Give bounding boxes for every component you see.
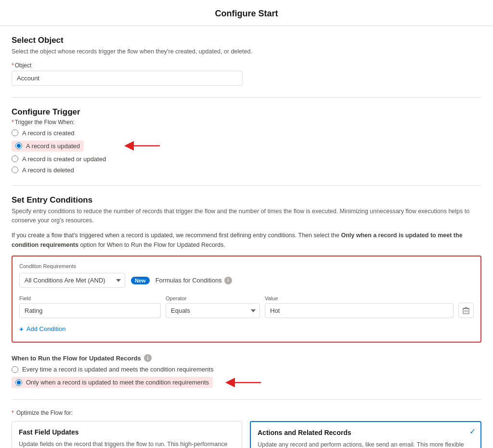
- plus-icon: +: [19, 325, 24, 333]
- radio-item-created[interactable]: A record is created: [12, 129, 481, 137]
- radio-every-time-input[interactable]: [12, 366, 18, 373]
- required-star2: *: [12, 119, 14, 126]
- actions-related-records-title: Actions and Related Records: [258, 429, 474, 436]
- condition-operator-select[interactable]: Equals Not Equal To Greater Than Less Th…: [166, 303, 260, 318]
- select-object-title: Select Object: [12, 36, 481, 45]
- formulas-info-icon[interactable]: i: [224, 277, 232, 284]
- select-object-section: Select Object Select the object whose re…: [12, 36, 481, 86]
- arrow-updated-icon: [122, 139, 161, 153]
- configure-trigger-section: Configure Trigger *Trigger the Flow When…: [12, 107, 481, 174]
- trash-icon: [463, 307, 469, 314]
- arrow-only-when-icon: [223, 375, 262, 390]
- page-wrapper: Configure Start Select Object Select the…: [0, 0, 493, 448]
- select-object-desc: Select the object whose records trigger …: [12, 47, 481, 56]
- set-entry-conditions-desc: Specify entry conditions to reduce the n…: [12, 207, 481, 225]
- fast-field-updates-title: Fast Field Updates: [19, 428, 235, 436]
- new-badge: New: [131, 277, 150, 284]
- conditions-top-row: All Conditions Are Met (AND) Any Conditi…: [19, 273, 474, 288]
- optimize-label: * Optimize the Flow for:: [12, 410, 481, 416]
- formulas-label: Formulas for Conditions i: [156, 277, 232, 284]
- required-star3: *: [12, 410, 14, 416]
- fast-field-updates-card[interactable]: Fast Field Updates Update fields on the …: [12, 421, 242, 448]
- optimize-cards: Fast Field Updates Update fields on the …: [12, 421, 481, 448]
- page-content: Select Object Select the object whose re…: [0, 26, 493, 448]
- value-col-label: Value: [265, 295, 454, 301]
- condition-operator-header: Operator Equals Not Equal To Greater Tha…: [166, 295, 260, 318]
- actions-related-records-card[interactable]: ✓ Actions and Related Records Update any…: [250, 421, 481, 448]
- radio-item-deleted[interactable]: A record is deleted: [12, 166, 481, 174]
- radio-every-time[interactable]: Every time a record is updated and meets…: [12, 366, 481, 373]
- when-run-info-icon[interactable]: i: [144, 354, 152, 362]
- radio-created-label: A record is created: [22, 129, 74, 137]
- trigger-radio-group: A record is created A record is updated: [12, 129, 481, 174]
- when-to-run-section: When to Run the Flow for Updated Records…: [12, 354, 481, 388]
- operator-col-label: Operator: [166, 295, 260, 301]
- radio-every-time-label: Every time a record is updated and meets…: [22, 366, 213, 373]
- radio-created[interactable]: [12, 129, 18, 136]
- radio-only-when[interactable]: Only when a record is updated to meet th…: [12, 377, 213, 388]
- conditions-box-label: Condition Requirements: [19, 263, 474, 269]
- radio-created-or-updated-label: A record is created or updated: [22, 155, 106, 163]
- radio-only-when-label: Only when a record is updated to meet th…: [26, 379, 209, 386]
- when-to-run-label: When to Run the Flow for Updated Records…: [12, 354, 481, 362]
- condition-requirements-select[interactable]: All Conditions Are Met (AND) Any Conditi…: [19, 273, 125, 288]
- add-condition-label: Add Condition: [26, 325, 66, 333]
- required-star: *: [12, 62, 14, 69]
- object-input[interactable]: [12, 71, 243, 86]
- set-entry-conditions-section: Set Entry Conditions Specify entry condi…: [12, 195, 481, 343]
- radio-item-updated[interactable]: A record is updated: [12, 141, 84, 152]
- selected-check-icon: ✓: [469, 427, 476, 436]
- radio-updated-label: A record is updated: [26, 142, 80, 150]
- actions-related-records-desc: Update any record and perform actions, l…: [258, 440, 474, 448]
- page-title: Configure Start: [215, 9, 278, 18]
- svg-rect-0: [463, 308, 469, 314]
- condition-value-header: Value: [265, 295, 454, 318]
- fast-field-updates-desc: Update fields on the record that trigger…: [19, 440, 235, 448]
- conditions-box: Condition Requirements All Conditions Ar…: [12, 256, 481, 343]
- entry-info-text: If you create a flow that's triggered wh…: [12, 230, 481, 250]
- radio-only-when-wrapper: Only when a record is updated to meet th…: [12, 377, 481, 388]
- condition-field-header: Field: [19, 295, 161, 318]
- trigger-flow-when-label: *Trigger the Flow When:: [12, 119, 481, 126]
- condition-field-input[interactable]: [19, 303, 161, 318]
- page-header: Configure Start: [0, 0, 493, 26]
- radio-only-when-input[interactable]: [15, 379, 22, 386]
- optimize-section: * Optimize the Flow for: Fast Field Upda…: [12, 410, 481, 448]
- object-field-label: *Object: [12, 62, 481, 69]
- radio-deleted-label: A record is deleted: [22, 166, 74, 174]
- configure-trigger-title: Configure Trigger: [12, 107, 481, 117]
- delete-condition-button[interactable]: [458, 303, 474, 318]
- radio-item-created-or-updated[interactable]: A record is created or updated: [12, 155, 481, 163]
- condition-headers-row: Field Operator Equals Not Equal To Great…: [19, 295, 474, 318]
- add-condition-button[interactable]: + Add Condition: [19, 323, 65, 335]
- radio-updated[interactable]: [15, 142, 22, 149]
- condition-value-input[interactable]: [265, 303, 454, 318]
- radio-deleted[interactable]: [12, 166, 18, 173]
- set-entry-conditions-title: Set Entry Conditions: [12, 195, 481, 205]
- field-col-label: Field: [19, 295, 161, 301]
- when-run-radio-group: Every time a record is updated and meets…: [12, 366, 481, 388]
- radio-updated-wrapper: A record is updated: [12, 141, 481, 152]
- radio-created-or-updated[interactable]: [12, 155, 18, 162]
